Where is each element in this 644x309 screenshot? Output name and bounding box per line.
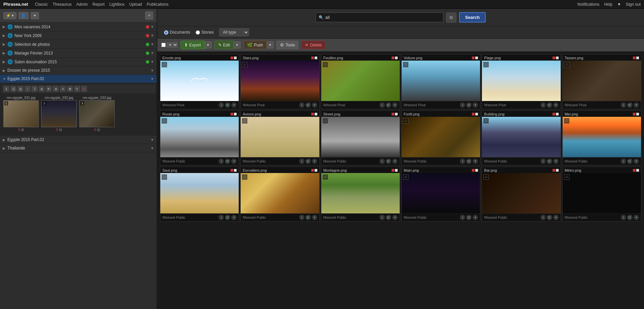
tools-button[interactable]: ⚙ Tools [276, 41, 298, 49]
sidebar-item-salon[interactable]: ▶ 🌐 Salon documation 2015 ▼ [0, 58, 157, 66]
nav-lightbox[interactable]: Lightbox [109, 2, 124, 7]
info-action-icon[interactable]: ℹ [379, 159, 385, 164]
photo-card[interactable]: Plage.png ☑ NHonoré Privé ℹ 🛒 ▼ [482, 54, 561, 109]
push-dropdown-btn[interactable]: ▼ [267, 41, 274, 48]
cart-action-icon[interactable]: 🛒 [306, 215, 311, 220]
sidebar-item-new-york[interactable]: ▶ 🌐 New York 2009 ▼ [0, 31, 157, 40]
select-all-checkbox[interactable] [161, 43, 166, 47]
info-action-icon[interactable]: ℹ [621, 102, 626, 108]
photo-select-checkbox[interactable]: ☑ [564, 118, 569, 124]
cart-action-icon[interactable]: 🛒 [386, 102, 391, 108]
dropdown-action-icon[interactable]: ▼ [473, 102, 478, 108]
dropdown-action-icon[interactable]: ▼ [473, 215, 478, 220]
thumb-copy-icon[interactable]: ⊡ [97, 128, 100, 132]
search-settings-btn[interactable]: ⚙ [446, 12, 456, 23]
lightbox-btn[interactable]: ⚡▾ [3, 12, 16, 19]
stories-radio[interactable] [196, 30, 200, 35]
nav-upload[interactable]: Upload [129, 2, 142, 7]
select-dropdown[interactable]: ▼ [166, 42, 178, 48]
photo-thumbnail[interactable]: ☑ [160, 117, 239, 157]
cart-action-icon[interactable]: 🛒 [386, 215, 391, 220]
x-icon[interactable]: ✕ [81, 86, 87, 92]
info-action-icon[interactable]: ℹ [460, 159, 465, 164]
dropdown-action-icon[interactable]: ▼ [634, 215, 639, 220]
photo-card[interactable]: Street.png ☑ Nhonoré Public ℹ 🛒 ▼ [321, 110, 400, 165]
photo-card[interactable]: Montagne.png ☑ Nhonoré Public ℹ 🛒 ▼ [321, 167, 400, 221]
photo-card[interactable]: Route.png ☑ Nhonoré Public ℹ 🛒 ▼ [160, 110, 239, 165]
tools-btn[interactable]: ✦ [31, 12, 39, 19]
photo-thumbnail[interactable]: ☑ [402, 173, 480, 213]
dropdown-action-icon[interactable]: ▼ [392, 215, 398, 220]
nav-report[interactable]: Report [92, 2, 105, 7]
info-action-icon[interactable]: ℹ [299, 215, 305, 220]
nav-admin[interactable]: Admin [76, 2, 88, 7]
edit-icon[interactable]: ✎ [74, 86, 80, 92]
photo-card[interactable]: Mer.png ☑ Nhonoré Public ℹ 🛒 ▼ [562, 110, 641, 165]
photo-thumbnail[interactable]: ☑ [321, 61, 400, 101]
sidebar-item-dossier[interactable]: ▶ Dossier de presse 2015 ▼ [0, 66, 157, 75]
nav-signout[interactable]: Sign out [626, 2, 641, 7]
cart-action-icon[interactable]: 🛒 [466, 159, 472, 164]
nav-classic[interactable]: Classic [35, 2, 48, 7]
photo-card[interactable]: Voiture.png ☑ NHonoré Privé ℹ 🛒 ▼ [401, 54, 480, 109]
photo-select-checkbox[interactable]: ☑ [483, 174, 489, 180]
export-button[interactable]: ⬆ Export [180, 41, 205, 49]
plus-icon[interactable]: ✚ [67, 86, 73, 92]
info-action-icon[interactable]: ℹ [460, 102, 465, 108]
dropdown-action-icon[interactable]: ▼ [231, 159, 237, 164]
thumb-item-2[interactable]: nm-egypte_032.jpg 2 X ⊡ [41, 96, 77, 132]
list-icon[interactable]: ☰ [10, 86, 16, 92]
dropdown-action-icon[interactable]: ▼ [553, 215, 559, 220]
photo-select-checkbox[interactable]: ☑ [403, 62, 408, 67]
photo-card[interactable]: Avions.png ☑ Nhonoré Public ℹ 🛒 ▼ [240, 110, 319, 165]
grid-icon[interactable]: ⊞ [17, 86, 24, 92]
photo-select-checkbox[interactable]: ☑ [162, 118, 167, 124]
tag-icon[interactable]: ✦ [60, 86, 66, 92]
star-icon[interactable]: ★ [53, 86, 59, 92]
photo-thumbnail[interactable]: ☑ [241, 117, 319, 157]
push-button[interactable]: 🌿 Push [243, 41, 267, 49]
thumb-image-1[interactable]: 1 [3, 100, 39, 127]
edit-button[interactable]: ✎ Edit [214, 41, 234, 49]
sidebar-item-thailande[interactable]: ▶ Thailande ▼ [0, 144, 157, 152]
info-action-icon[interactable]: ℹ [621, 215, 626, 220]
dropdown-action-icon[interactable]: ▼ [473, 159, 478, 164]
photo-card[interactable]: Stars.png ☑ NHonoré Privé ℹ 🛒 ▼ [240, 54, 319, 109]
cart-action-icon[interactable]: 🛒 [547, 159, 552, 164]
info-icon[interactable]: ℹ [3, 86, 9, 92]
photo-card[interactable]: Escvaliers.png ☑ Nhonoré Public ℹ 🛒 ▼ [240, 167, 319, 221]
thumb-remove-2[interactable]: X [56, 128, 58, 132]
photo-select-checkbox[interactable]: ☑ [323, 118, 328, 124]
photo-card[interactable]: Main.png ☑ Nhonoré Public ℹ 🛒 ▼ [401, 167, 480, 221]
photo-thumbnail[interactable]: ☑ [160, 61, 239, 101]
cart-action-icon[interactable]: 🛒 [306, 102, 311, 108]
info-action-icon[interactable]: ℹ [218, 102, 224, 108]
photo-select-checkbox[interactable]: ☑ [323, 174, 328, 180]
filter-icon[interactable]: ⧖ [32, 86, 38, 92]
photo-card[interactable]: Métro.png ☑ Nhonoré Public ℹ 🛒 ▼ [562, 167, 641, 221]
photo-select-checkbox[interactable]: ☑ [242, 62, 247, 67]
photo-card[interactable]: Building.png ☑ Nhonoré Public ℹ 🛒 ▼ [482, 110, 561, 165]
add-album-btn[interactable]: + [145, 11, 153, 20]
photo-thumbnail[interactable]: ☑ [482, 117, 560, 157]
photo-thumbnail[interactable]: ☑ [563, 61, 641, 101]
photo-thumbnail[interactable]: ☑ [563, 173, 641, 213]
dropdown-action-icon[interactable]: ▼ [231, 215, 237, 220]
cart-action-icon[interactable]: 🛒 [627, 102, 633, 108]
cart-action-icon[interactable]: 🛒 [225, 215, 230, 220]
photo-card[interactable]: Bar.png ☑ Nhonoré Public ℹ 🛒 ▼ [482, 167, 561, 221]
thumb-copy-icon[interactable]: ⊡ [21, 128, 24, 132]
photo-card[interactable]: Feuilles.png ☑ NHonoré Privé ℹ 🛒 ▼ [321, 54, 400, 109]
cart-action-icon[interactable]: 🛒 [547, 215, 552, 220]
info-action-icon[interactable]: ℹ [379, 102, 385, 108]
thumb-item-3[interactable]: nm-egypte_033.jpg 3 X ⊡ [79, 96, 115, 132]
cart-action-icon[interactable]: 🛒 [225, 102, 230, 108]
photo-thumbnail[interactable]: ☑ [321, 173, 400, 213]
sort-icon[interactable]: ↕ [25, 86, 31, 92]
thumb-image-3[interactable]: 3 [79, 100, 115, 127]
photo-select-checkbox[interactable]: ☑ [403, 174, 408, 180]
photo-card[interactable]: Saut.png ☑ Nhonoré Public ℹ 🛒 ▼ [160, 167, 239, 221]
photo-select-checkbox[interactable]: ☑ [323, 62, 328, 67]
export-dropdown-btn[interactable]: ▼ [205, 41, 212, 48]
dropdown-action-icon[interactable]: ▼ [312, 159, 317, 164]
